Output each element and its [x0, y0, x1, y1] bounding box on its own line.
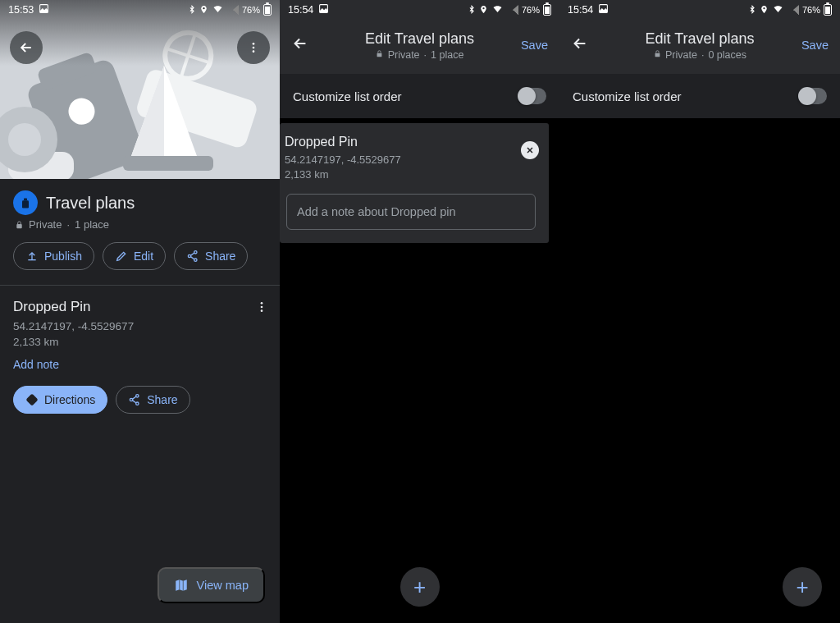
save-button[interactable]: Save	[521, 39, 548, 52]
save-button[interactable]: Save	[801, 39, 829, 52]
signal-icon	[227, 5, 239, 15]
location-icon	[760, 4, 769, 16]
customize-order-toggle[interactable]	[518, 88, 546, 104]
edit-subtitle: Private·0 places	[645, 49, 754, 61]
bluetooth-icon	[188, 4, 196, 16]
lock-icon	[653, 49, 661, 61]
edit-title: Edit Travel plans	[365, 30, 474, 48]
back-button[interactable]	[571, 34, 589, 56]
svg-point-13	[8, 123, 41, 156]
panel-list-view: 15:53 76% Tra	[0, 0, 280, 623]
pencil-icon	[115, 250, 128, 263]
add-place-fab[interactable]: +	[400, 567, 440, 607]
list-subtitle: Private · 1 place	[0, 218, 280, 242]
customize-order-row[interactable]: Customize list order	[280, 74, 559, 118]
battery-percent: 76%	[242, 5, 260, 15]
back-button[interactable]	[291, 34, 309, 56]
place-title: Dropped Pin	[13, 299, 267, 315]
status-clock: 15:54	[568, 4, 593, 16]
share-icon	[128, 393, 141, 406]
svg-point-16	[253, 43, 255, 45]
status-bar: 15:54 76%	[280, 0, 559, 20]
svg-point-33	[482, 7, 484, 8]
arrow-back-icon	[18, 39, 34, 56]
edit-button[interactable]: Edit	[103, 242, 166, 270]
note-placeholder: Add a note about Dropped pin	[297, 205, 455, 218]
signal-icon	[788, 5, 799, 15]
back-button[interactable]	[10, 31, 43, 64]
customize-order-toggle[interactable]	[799, 88, 827, 104]
svg-rect-21	[16, 224, 21, 228]
remove-place-button[interactable]	[521, 141, 539, 159]
share-button[interactable]: Share	[174, 242, 248, 270]
add-note-link[interactable]: Add note	[13, 358, 267, 371]
close-icon	[525, 145, 535, 155]
card-distance: 2,133 km	[285, 168, 537, 181]
svg-point-25	[261, 302, 263, 305]
svg-rect-37	[655, 53, 660, 57]
svg-point-18	[253, 50, 255, 53]
battery-percent: 76%	[802, 5, 820, 15]
place-coordinates: 54.2147197, -4.5529677	[13, 320, 267, 332]
overflow-menu-button[interactable]	[237, 31, 270, 64]
plus-icon: +	[413, 576, 426, 598]
lock-icon	[376, 49, 384, 61]
location-icon	[479, 4, 488, 16]
status-clock: 15:53	[8, 4, 34, 16]
place-share-button[interactable]: Share	[116, 386, 189, 414]
battery-icon	[263, 4, 272, 16]
picture-indicator-icon	[318, 3, 329, 16]
bluetooth-icon	[468, 4, 476, 16]
add-place-fab[interactable]: +	[783, 567, 822, 607]
more-vert-icon	[255, 300, 268, 314]
wifi-icon	[212, 4, 224, 16]
upload-icon	[25, 250, 39, 263]
publish-button[interactable]: Publish	[13, 242, 94, 270]
list-suitcase-icon	[13, 190, 38, 215]
svg-rect-34	[377, 53, 382, 57]
directions-icon	[25, 393, 39, 406]
map-icon	[174, 578, 189, 593]
place-distance: 2,133 km	[13, 336, 267, 348]
card-coordinates: 54.2147197, -4.5529677	[285, 153, 537, 166]
svg-rect-20	[24, 198, 27, 200]
hero-image	[0, 0, 280, 179]
status-bar: 15:53 76%	[0, 0, 280, 20]
battery-percent: 76%	[522, 5, 540, 15]
customize-order-label: Customize list order	[293, 89, 402, 103]
svg-point-17	[253, 47, 255, 49]
list-title: Travel plans	[46, 194, 135, 213]
place-item[interactable]: Dropped Pin 54.2147197, -4.5529677 2,133…	[0, 286, 280, 424]
panel-edit-empty: 15:54 76% Edit Travel plans Private·0 pl…	[559, 0, 840, 623]
view-map-button[interactable]: View map	[158, 567, 265, 603]
status-clock: 15:54	[288, 4, 313, 16]
svg-rect-28	[25, 393, 38, 405]
plus-icon: +	[796, 576, 808, 598]
more-vert-icon	[247, 41, 260, 54]
battery-icon	[543, 4, 551, 16]
arrow-back-icon	[571, 34, 589, 53]
picture-indicator-icon	[598, 3, 609, 16]
battery-icon	[824, 4, 832, 16]
signal-icon	[507, 5, 518, 15]
picture-indicator-icon	[39, 3, 49, 16]
svg-point-26	[261, 306, 263, 309]
place-overflow-button[interactable]	[255, 300, 268, 317]
panel-edit-one-place: 15:54 76% Edit Travel plans Private·1 pl…	[280, 0, 559, 623]
svg-point-27	[261, 309, 263, 312]
wifi-icon	[491, 4, 504, 16]
edit-title: Edit Travel plans	[645, 30, 754, 48]
bluetooth-icon	[748, 4, 756, 16]
location-icon	[199, 4, 208, 16]
directions-button[interactable]: Directions	[13, 386, 107, 414]
wifi-icon	[772, 4, 784, 16]
svg-rect-19	[22, 200, 29, 208]
note-input[interactable]: Add a note about Dropped pin	[286, 194, 536, 230]
customize-order-row[interactable]: Customize list order	[559, 74, 840, 118]
customize-order-label: Customize list order	[573, 89, 682, 103]
status-bar: 15:54 76%	[559, 0, 840, 20]
svg-point-36	[763, 7, 765, 8]
card-title: Dropped Pin	[285, 135, 537, 149]
lock-icon	[15, 220, 24, 230]
svg-point-15	[203, 7, 204, 8]
